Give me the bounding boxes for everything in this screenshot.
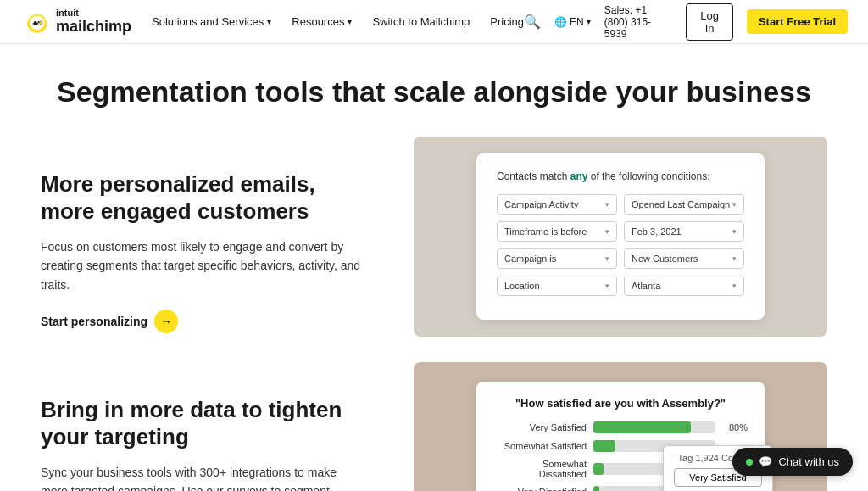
chevron-down-icon: ▾ bbox=[605, 200, 609, 209]
survey-question: "How satisfied are you with Assembly?" bbox=[493, 397, 748, 410]
svg-point-4 bbox=[40, 20, 43, 25]
section-desc-targeting: Sync your business tools with 300+ integ… bbox=[41, 463, 363, 491]
chevron-down-icon: ▾ bbox=[587, 17, 591, 26]
navbar: intuit mailchimp Solutions and Services … bbox=[0, 0, 868, 44]
svg-point-2 bbox=[34, 20, 36, 22]
search-icon[interactable]: 🔍 bbox=[524, 14, 541, 30]
chevron-down-icon: ▾ bbox=[267, 17, 271, 26]
seg-select-atlanta[interactable]: Atlanta ▾ bbox=[624, 276, 744, 296]
chevron-down-icon: ▾ bbox=[605, 227, 609, 236]
login-button[interactable]: Log In bbox=[686, 3, 733, 41]
section-text-targeting: Bring in more data to tighten your targe… bbox=[41, 362, 363, 491]
nav-left: intuit mailchimp Solutions and Services … bbox=[20, 7, 524, 37]
section-desc-personalize: Focus on customers most likely to engage… bbox=[41, 237, 363, 294]
bar-fill bbox=[593, 421, 691, 433]
chat-icon: 💬 bbox=[759, 455, 772, 468]
hero-title: Segmentation tools that scale alongside … bbox=[41, 44, 827, 137]
bar-fill bbox=[593, 486, 599, 491]
seg-select-new-customers[interactable]: New Customers ▾ bbox=[624, 248, 744, 269]
segment-row: Campaign Activity ▾ Opened Last Campaign… bbox=[497, 194, 744, 215]
seg-select-campaign-activity[interactable]: Campaign Activity ▾ bbox=[497, 194, 617, 215]
segment-row: Campaign is ▾ New Customers ▾ bbox=[497, 248, 744, 269]
chevron-down-icon: ▾ bbox=[732, 254, 737, 263]
language-selector[interactable]: 🌐 EN ▾ bbox=[554, 16, 591, 28]
arrow-icon: → bbox=[154, 310, 178, 333]
nav-resources[interactable]: Resources ▾ bbox=[292, 15, 352, 28]
mailchimp-logo-icon bbox=[20, 7, 51, 37]
section-title-targeting: Bring in more data to tighten your targe… bbox=[41, 396, 363, 451]
nav-switch[interactable]: Switch to Mailchimp bbox=[372, 15, 470, 28]
highlight-any: any bbox=[570, 170, 588, 182]
main-content: Segmentation tools that scale alongside … bbox=[0, 44, 868, 491]
sales-phone: Sales: +1 (800) 315-5939 bbox=[604, 4, 673, 40]
survey-card: "How satisfied are you with Assembly?" V… bbox=[476, 382, 765, 491]
segment-card: Contacts match any of the following cond… bbox=[476, 153, 765, 320]
section-visual-personalize: Contacts match any of the following cond… bbox=[414, 137, 827, 337]
chevron-down-icon: ▾ bbox=[732, 282, 737, 290]
segment-header: Contacts match any of the following cond… bbox=[497, 170, 744, 182]
nav-solutions[interactable]: Solutions and Services ▾ bbox=[152, 15, 271, 28]
segment-row: Location ▾ Atlanta ▾ bbox=[497, 276, 744, 296]
section-personalize: More personalized emails, more engaged c… bbox=[41, 137, 827, 337]
globe-icon: 🌐 bbox=[554, 16, 567, 28]
chevron-down-icon: ▾ bbox=[605, 282, 609, 290]
seg-select-date[interactable]: Feb 3, 2021 ▾ bbox=[624, 221, 744, 242]
bar-fill bbox=[593, 440, 615, 452]
nav-right: 🔍 🌐 EN ▾ Sales: +1 (800) 315-5939 Log In… bbox=[524, 3, 848, 41]
chevron-down-icon: ▾ bbox=[732, 227, 737, 236]
seg-select-timeframe[interactable]: Timeframe is before ▾ bbox=[497, 221, 617, 242]
cta-personalize[interactable]: Start personalizing → bbox=[41, 310, 363, 333]
bar-row-very-satisfied: Very Satisfied 80% bbox=[493, 421, 748, 433]
seg-select-location[interactable]: Location ▾ bbox=[497, 276, 617, 296]
seg-select-campaign-is[interactable]: Campaign is ▾ bbox=[497, 248, 617, 269]
section-text-personalize: More personalized emails, more engaged c… bbox=[41, 137, 363, 333]
nav-pricing[interactable]: Pricing bbox=[490, 15, 524, 28]
segment-row: Timeframe is before ▾ Feb 3, 2021 ▾ bbox=[497, 221, 744, 242]
chevron-down-icon: ▾ bbox=[348, 17, 352, 26]
logo[interactable]: intuit mailchimp bbox=[20, 7, 131, 37]
bar-fill bbox=[593, 463, 604, 475]
segment-panel: Contacts match any of the following cond… bbox=[414, 137, 827, 337]
chevron-down-icon: ▾ bbox=[732, 200, 737, 209]
section-targeting: Bring in more data to tighten your targe… bbox=[41, 362, 827, 491]
seg-select-opened-last[interactable]: Opened Last Campaign ▾ bbox=[624, 194, 744, 215]
section-title-personalize: More personalized emails, more engaged c… bbox=[41, 170, 363, 226]
brand-text: intuit mailchimp bbox=[56, 8, 131, 36]
chat-widget[interactable]: 💬 Chat with us bbox=[732, 448, 853, 476]
bar-track bbox=[593, 421, 715, 433]
chat-online-indicator bbox=[746, 459, 753, 466]
start-trial-button[interactable]: Start Free Trial bbox=[747, 9, 848, 34]
chat-label: Chat with us bbox=[778, 455, 839, 468]
chevron-down-icon: ▾ bbox=[605, 254, 609, 263]
